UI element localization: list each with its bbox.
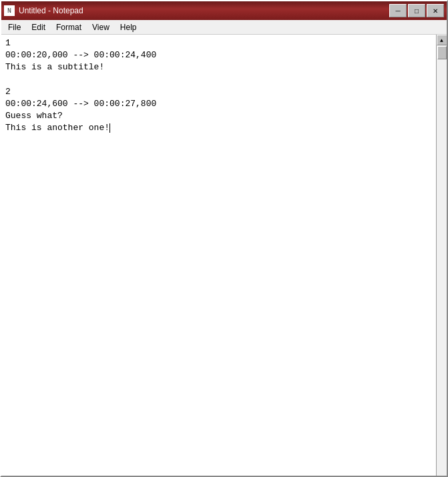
text-cursor	[109, 123, 110, 133]
maximize-button[interactable]: □	[408, 4, 425, 17]
menu-view[interactable]: View	[87, 21, 115, 33]
app-icon-letter: N	[7, 7, 11, 15]
title-bar: N Untitled - Notepad ─ □ ✕	[1, 1, 447, 20]
notepad-window: N Untitled - Notepad ─ □ ✕ File Edit For…	[0, 0, 448, 477]
menu-file[interactable]: File	[3, 21, 26, 33]
minimize-button[interactable]: ─	[389, 4, 407, 17]
window-controls: ─ □ ✕	[389, 4, 444, 17]
menu-bar: File Edit Format View Help	[1, 20, 447, 35]
window-title: Untitled - Notepad	[19, 6, 83, 15]
menu-edit[interactable]: Edit	[26, 21, 51, 33]
scrollbar-thumb[interactable]	[437, 46, 447, 59]
menu-format[interactable]: Format	[51, 21, 87, 33]
editor-area[interactable]: 1 00:00:20,000 --> 00:00:24,400 This is …	[1, 35, 447, 476]
scroll-up-button[interactable]: ▲	[437, 35, 447, 45]
vertical-scrollbar[interactable]: ▲	[436, 35, 447, 476]
text-editor[interactable]: 1 00:00:20,000 --> 00:00:24,400 This is …	[1, 35, 436, 476]
title-bar-left: N Untitled - Notepad	[4, 5, 83, 16]
close-button[interactable]: ✕	[427, 4, 444, 17]
app-icon: N	[4, 5, 15, 16]
menu-help[interactable]: Help	[115, 21, 142, 33]
